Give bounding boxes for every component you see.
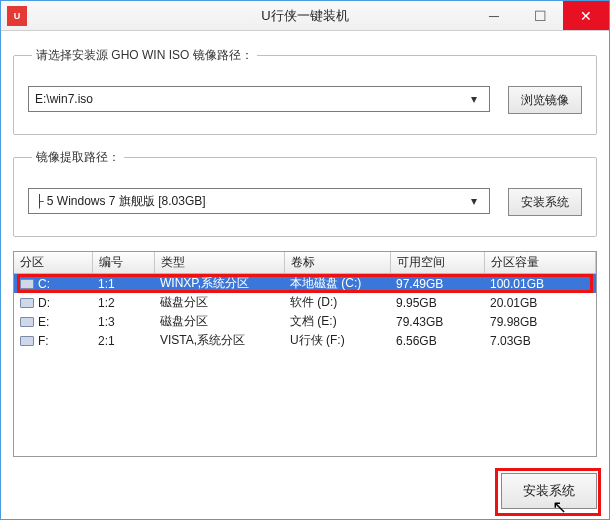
drive-icon bbox=[20, 298, 34, 308]
client-area: 请选择安装源 GHO WIN ISO 镜像路径： E:\win7.iso ▾ 浏… bbox=[1, 31, 609, 520]
drive-icon bbox=[20, 336, 34, 346]
extract-group: 镜像提取路径： ├ 5 Windows 7 旗舰版 [8.03GB] ▾ 安装系… bbox=[13, 149, 597, 237]
col-type[interactable]: 类型 bbox=[154, 252, 284, 274]
col-size[interactable]: 分区容量 bbox=[484, 252, 596, 274]
col-label[interactable]: 卷标 bbox=[284, 252, 390, 274]
source-group: 请选择安装源 GHO WIN ISO 镜像路径： E:\win7.iso ▾ 浏… bbox=[13, 47, 597, 135]
close-button[interactable]: ✕ bbox=[563, 1, 609, 30]
table-row[interactable]: D:1:2磁盘分区软件 (D:)9.95GB20.01GB bbox=[14, 293, 596, 312]
source-legend: 请选择安装源 GHO WIN ISO 镜像路径： bbox=[32, 47, 257, 64]
source-path-value: E:\win7.iso bbox=[35, 92, 465, 106]
footer-bar: 安装系统 ↖ bbox=[13, 473, 597, 509]
install-system-button-main[interactable]: 安装系统 ↖ bbox=[501, 473, 597, 509]
extract-legend: 镜像提取路径： bbox=[32, 149, 124, 166]
maximize-button[interactable]: ☐ bbox=[517, 1, 563, 30]
partition-table: 分区 编号 类型 卷标 可用空间 分区容量 C:1:1WINXP,系统分区本地磁… bbox=[14, 252, 596, 350]
partition-table-container: 分区 编号 类型 卷标 可用空间 分区容量 C:1:1WINXP,系统分区本地磁… bbox=[13, 251, 597, 457]
chevron-down-icon: ▾ bbox=[465, 194, 483, 208]
source-path-dropdown[interactable]: E:\win7.iso ▾ bbox=[28, 86, 490, 112]
table-row[interactable]: F:2:1VISTA,系统分区U行侠 (F:)6.56GB7.03GB bbox=[14, 331, 596, 350]
titlebar: U U行侠一键装机 ─ ☐ ✕ bbox=[1, 1, 609, 31]
table-row[interactable]: C:1:1WINXP,系统分区本地磁盘 (C:)97.49GB100.01GB bbox=[14, 274, 596, 294]
drive-icon bbox=[20, 279, 34, 289]
col-free[interactable]: 可用空间 bbox=[390, 252, 484, 274]
app-window: U U行侠一键装机 ─ ☐ ✕ 请选择安装源 GHO WIN ISO 镜像路径：… bbox=[0, 0, 610, 520]
browse-image-button[interactable]: 浏览镜像 bbox=[508, 86, 582, 114]
table-header-row: 分区 编号 类型 卷标 可用空间 分区容量 bbox=[14, 252, 596, 274]
extract-path-dropdown[interactable]: ├ 5 Windows 7 旗舰版 [8.03GB] ▾ bbox=[28, 188, 490, 214]
table-row[interactable]: E:1:3磁盘分区文档 (E:)79.43GB79.98GB bbox=[14, 312, 596, 331]
extract-path-value: ├ 5 Windows 7 旗舰版 [8.03GB] bbox=[35, 193, 465, 210]
window-controls: ─ ☐ ✕ bbox=[471, 1, 609, 30]
chevron-down-icon: ▾ bbox=[465, 92, 483, 106]
col-number[interactable]: 编号 bbox=[92, 252, 154, 274]
minimize-button[interactable]: ─ bbox=[471, 1, 517, 30]
install-system-button-top[interactable]: 安装系统 bbox=[508, 188, 582, 216]
drive-icon bbox=[20, 317, 34, 327]
col-partition[interactable]: 分区 bbox=[14, 252, 92, 274]
app-icon: U bbox=[7, 6, 27, 26]
